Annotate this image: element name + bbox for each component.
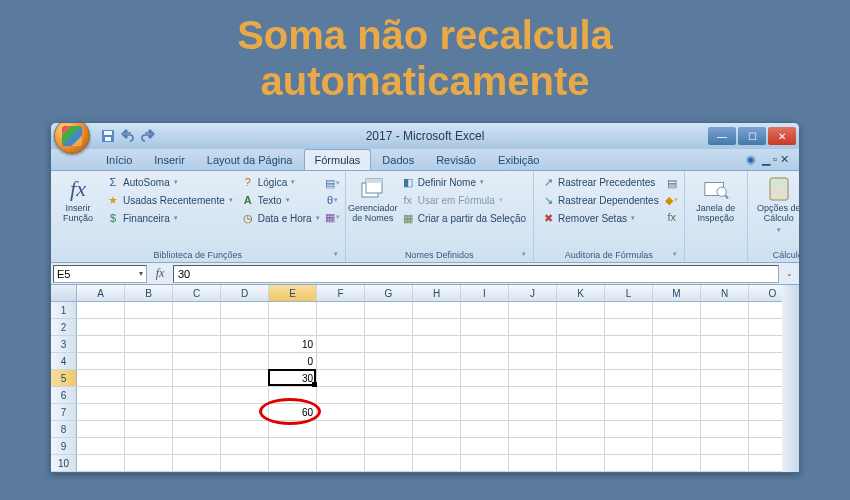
cell[interactable]	[317, 302, 365, 319]
cell[interactable]	[365, 336, 413, 353]
tab-revisão[interactable]: Revisão	[425, 149, 487, 170]
cell[interactable]	[605, 319, 653, 336]
name-box[interactable]: E5▾	[53, 265, 147, 283]
column-header[interactable]: J	[509, 285, 557, 301]
column-header[interactable]: M	[653, 285, 701, 301]
cell[interactable]	[557, 353, 605, 370]
trace-precedents-button[interactable]: ↗Rastrear Precedentes	[539, 174, 661, 190]
cell[interactable]	[461, 404, 509, 421]
column-header[interactable]: D	[221, 285, 269, 301]
date-time-button[interactable]: ◷Data e Hora▾	[239, 210, 322, 226]
cell[interactable]	[509, 455, 557, 472]
calc-options-button[interactable]: Opções de Cálculo▾	[753, 174, 800, 235]
cell[interactable]	[605, 336, 653, 353]
cell[interactable]	[125, 302, 173, 319]
cell[interactable]	[221, 455, 269, 472]
expand-formula-bar-icon[interactable]: ⌄	[781, 269, 797, 278]
cell[interactable]	[77, 455, 125, 472]
maximize-button[interactable]: ☐	[738, 127, 766, 145]
cell[interactable]	[173, 455, 221, 472]
trace-dependents-button[interactable]: ↘Rastrear Dependentes	[539, 192, 661, 208]
cell[interactable]	[413, 438, 461, 455]
cell[interactable]	[77, 336, 125, 353]
vertical-scrollbar[interactable]	[782, 285, 799, 472]
column-header[interactable]: I	[461, 285, 509, 301]
cell[interactable]	[125, 438, 173, 455]
cell[interactable]: 60	[269, 404, 317, 421]
cell[interactable]	[461, 353, 509, 370]
close-button[interactable]: ✕	[768, 127, 796, 145]
cell[interactable]	[365, 353, 413, 370]
redo-icon[interactable]	[140, 127, 156, 145]
cell[interactable]	[173, 421, 221, 438]
row-header[interactable]: 10	[51, 455, 77, 472]
help-icon[interactable]: ◉	[746, 153, 756, 166]
remove-arrows-button[interactable]: ✖Remover Setas▾	[539, 210, 661, 226]
cell[interactable]	[509, 319, 557, 336]
column-header[interactable]: N	[701, 285, 749, 301]
cell[interactable]	[509, 387, 557, 404]
tab-fórmulas[interactable]: Fórmulas	[304, 149, 372, 170]
math-icon[interactable]: θ▾	[326, 193, 340, 207]
create-from-selection-button[interactable]: ▦Criar a partir da Seleção	[399, 210, 528, 226]
more-functions-icon[interactable]: ▦▾	[326, 210, 340, 224]
cell[interactable]	[653, 319, 701, 336]
row-header[interactable]: 1	[51, 302, 77, 319]
cell[interactable]	[461, 421, 509, 438]
cell[interactable]	[461, 302, 509, 319]
tab-layout-da-página[interactable]: Layout da Página	[196, 149, 304, 170]
row-header[interactable]: 3	[51, 336, 77, 353]
cell[interactable]	[77, 370, 125, 387]
cell[interactable]	[557, 387, 605, 404]
cell[interactable]	[77, 302, 125, 319]
cell[interactable]	[557, 404, 605, 421]
tab-dados[interactable]: Dados	[371, 149, 425, 170]
use-in-formula-button[interactable]: fxUsar em Fórmula▾	[399, 192, 528, 208]
cell[interactable]	[125, 336, 173, 353]
cell[interactable]	[365, 404, 413, 421]
cell[interactable]	[317, 319, 365, 336]
cell[interactable]	[605, 302, 653, 319]
cell[interactable]	[317, 404, 365, 421]
cell[interactable]	[509, 370, 557, 387]
row-header[interactable]: 4	[51, 353, 77, 370]
cell[interactable]	[557, 438, 605, 455]
cell[interactable]: 10	[269, 336, 317, 353]
cell[interactable]	[557, 455, 605, 472]
recently-used-button[interactable]: ★Usadas Recentemente▾	[104, 192, 235, 208]
cell[interactable]	[269, 387, 317, 404]
cell[interactable]	[77, 421, 125, 438]
save-icon[interactable]	[100, 127, 116, 145]
cell[interactable]	[413, 421, 461, 438]
cell[interactable]	[509, 336, 557, 353]
cell[interactable]	[173, 387, 221, 404]
column-header[interactable]: L	[605, 285, 653, 301]
row-header[interactable]: 6	[51, 387, 77, 404]
cell[interactable]	[173, 353, 221, 370]
cell[interactable]	[461, 370, 509, 387]
cell[interactable]: 30	[269, 370, 317, 387]
cell[interactable]	[317, 421, 365, 438]
cell[interactable]	[605, 370, 653, 387]
cell[interactable]	[509, 302, 557, 319]
cell[interactable]	[461, 336, 509, 353]
column-header[interactable]: A	[77, 285, 125, 301]
cell[interactable]	[413, 387, 461, 404]
cell[interactable]	[77, 404, 125, 421]
cell[interactable]	[173, 370, 221, 387]
cell[interactable]	[173, 336, 221, 353]
cell[interactable]	[413, 353, 461, 370]
cell[interactable]	[701, 353, 749, 370]
watch-window-button[interactable]: Janela de Inspeção	[690, 174, 742, 226]
cell[interactable]	[365, 455, 413, 472]
cell[interactable]	[461, 438, 509, 455]
cell[interactable]	[221, 302, 269, 319]
cell[interactable]	[653, 353, 701, 370]
cell[interactable]	[221, 421, 269, 438]
cell[interactable]	[509, 353, 557, 370]
cell[interactable]	[461, 455, 509, 472]
row-header[interactable]: 8	[51, 421, 77, 438]
cell[interactable]	[413, 404, 461, 421]
cell[interactable]	[701, 302, 749, 319]
cell[interactable]	[365, 438, 413, 455]
